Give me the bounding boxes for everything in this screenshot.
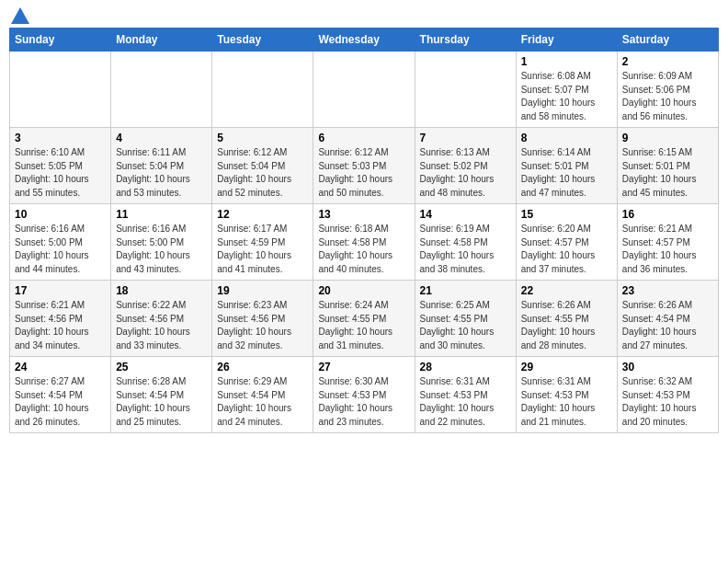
day-info: Sunrise: 6:16 AM Sunset: 5:00 PM Dayligh… [116,223,207,276]
calendar-cell: 30Sunrise: 6:32 AM Sunset: 4:53 PM Dayli… [617,357,718,433]
weekday-header-wednesday: Wednesday [313,29,415,52]
calendar-cell [313,52,415,128]
calendar-cell: 26Sunrise: 6:29 AM Sunset: 4:54 PM Dayli… [212,357,313,433]
calendar-cell: 27Sunrise: 6:30 AM Sunset: 4:53 PM Dayli… [313,357,415,433]
day-number: 7 [420,132,511,144]
calendar-cell: 29Sunrise: 6:31 AM Sunset: 4:53 PM Dayli… [516,357,617,433]
calendar-cell [212,52,313,128]
day-number: 17 [15,284,106,297]
weekday-header-thursday: Thursday [415,29,516,52]
day-number: 22 [521,284,612,297]
page-header [9,9,719,22]
calendar-week-1: 1Sunrise: 6:08 AM Sunset: 5:07 PM Daylig… [10,52,719,128]
day-number: 27 [318,361,409,373]
day-info: Sunrise: 6:16 AM Sunset: 5:00 PM Dayligh… [15,223,106,276]
calendar-cell: 8Sunrise: 6:14 AM Sunset: 5:01 PM Daylig… [516,128,617,204]
logo-triangle-icon [11,7,29,24]
day-number: 15 [521,208,612,221]
day-number: 11 [116,208,207,221]
calendar-cell: 28Sunrise: 6:31 AM Sunset: 4:53 PM Dayli… [415,357,516,433]
day-number: 28 [420,361,511,373]
day-number: 23 [622,284,713,297]
day-info: Sunrise: 6:31 AM Sunset: 4:53 PM Dayligh… [420,375,511,429]
day-info: Sunrise: 6:21 AM Sunset: 4:56 PM Dayligh… [15,299,106,352]
calendar-cell: 22Sunrise: 6:26 AM Sunset: 4:55 PM Dayli… [516,281,617,357]
day-number: 3 [15,132,106,144]
day-number: 14 [420,208,511,221]
calendar-cell: 14Sunrise: 6:19 AM Sunset: 4:58 PM Dayli… [415,204,516,281]
calendar-cell: 20Sunrise: 6:24 AM Sunset: 4:55 PM Dayli… [313,281,415,357]
day-number: 9 [622,132,713,144]
day-info: Sunrise: 6:11 AM Sunset: 5:04 PM Dayligh… [116,146,207,200]
calendar-header-row: SundayMondayTuesdayWednesdayThursdayFrid… [10,29,719,52]
calendar-cell: 21Sunrise: 6:25 AM Sunset: 4:55 PM Dayli… [415,281,516,357]
calendar-cell: 10Sunrise: 6:16 AM Sunset: 5:00 PM Dayli… [10,204,111,281]
day-info: Sunrise: 6:22 AM Sunset: 4:56 PM Dayligh… [116,299,207,352]
day-info: Sunrise: 6:25 AM Sunset: 4:55 PM Dayligh… [420,299,511,352]
weekday-header-sunday: Sunday [10,29,111,52]
day-info: Sunrise: 6:10 AM Sunset: 5:05 PM Dayligh… [15,146,106,200]
day-info: Sunrise: 6:18 AM Sunset: 4:58 PM Dayligh… [318,223,409,276]
day-number: 19 [217,284,308,297]
calendar-week-4: 17Sunrise: 6:21 AM Sunset: 4:56 PM Dayli… [10,281,719,357]
calendar-week-2: 3Sunrise: 6:10 AM Sunset: 5:05 PM Daylig… [10,128,719,204]
calendar-cell: 23Sunrise: 6:26 AM Sunset: 4:54 PM Dayli… [617,281,718,357]
day-info: Sunrise: 6:15 AM Sunset: 5:01 PM Dayligh… [622,146,713,200]
day-number: 5 [217,132,308,144]
calendar-cell [10,52,111,128]
day-number: 26 [217,361,308,373]
day-number: 18 [116,284,207,297]
day-number: 4 [116,132,207,144]
day-number: 16 [622,208,713,221]
day-info: Sunrise: 6:29 AM Sunset: 4:54 PM Dayligh… [217,375,308,429]
logo [9,9,29,22]
day-info: Sunrise: 6:23 AM Sunset: 4:56 PM Dayligh… [217,299,308,352]
calendar-cell: 5Sunrise: 6:12 AM Sunset: 5:04 PM Daylig… [212,128,313,204]
day-number: 29 [521,361,612,373]
day-info: Sunrise: 6:12 AM Sunset: 5:03 PM Dayligh… [318,146,409,200]
day-info: Sunrise: 6:20 AM Sunset: 4:57 PM Dayligh… [521,223,612,276]
weekday-header-friday: Friday [516,29,617,52]
day-info: Sunrise: 6:08 AM Sunset: 5:07 PM Dayligh… [521,70,612,123]
day-info: Sunrise: 6:30 AM Sunset: 4:53 PM Dayligh… [318,375,409,429]
calendar-cell [415,52,516,128]
day-number: 30 [622,361,713,373]
weekday-header-saturday: Saturday [617,29,718,52]
calendar-cell: 17Sunrise: 6:21 AM Sunset: 4:56 PM Dayli… [10,281,111,357]
day-info: Sunrise: 6:27 AM Sunset: 4:54 PM Dayligh… [15,375,106,429]
day-info: Sunrise: 6:09 AM Sunset: 5:06 PM Dayligh… [622,70,713,123]
day-info: Sunrise: 6:12 AM Sunset: 5:04 PM Dayligh… [217,146,308,200]
calendar-cell: 18Sunrise: 6:22 AM Sunset: 4:56 PM Dayli… [111,281,212,357]
day-info: Sunrise: 6:17 AM Sunset: 4:59 PM Dayligh… [217,223,308,276]
calendar-cell: 19Sunrise: 6:23 AM Sunset: 4:56 PM Dayli… [212,281,313,357]
calendar-cell: 6Sunrise: 6:12 AM Sunset: 5:03 PM Daylig… [313,128,415,204]
calendar-cell: 13Sunrise: 6:18 AM Sunset: 4:58 PM Dayli… [313,204,415,281]
calendar-cell: 4Sunrise: 6:11 AM Sunset: 5:04 PM Daylig… [111,128,212,204]
calendar-cell: 15Sunrise: 6:20 AM Sunset: 4:57 PM Dayli… [516,204,617,281]
calendar-cell: 16Sunrise: 6:21 AM Sunset: 4:57 PM Dayli… [617,204,718,281]
day-number: 2 [622,55,713,68]
day-number: 25 [116,361,207,373]
calendar-cell: 7Sunrise: 6:13 AM Sunset: 5:02 PM Daylig… [415,128,516,204]
day-number: 21 [420,284,511,297]
calendar-cell: 2Sunrise: 6:09 AM Sunset: 5:06 PM Daylig… [617,52,718,128]
svg-marker-0 [11,7,29,24]
day-number: 8 [521,132,612,144]
day-info: Sunrise: 6:28 AM Sunset: 4:54 PM Dayligh… [116,375,207,429]
day-number: 1 [521,55,612,68]
day-info: Sunrise: 6:13 AM Sunset: 5:02 PM Dayligh… [420,146,511,200]
calendar-cell: 12Sunrise: 6:17 AM Sunset: 4:59 PM Dayli… [212,204,313,281]
weekday-header-tuesday: Tuesday [212,29,313,52]
day-number: 24 [15,361,106,373]
calendar-week-3: 10Sunrise: 6:16 AM Sunset: 5:00 PM Dayli… [10,204,719,281]
day-info: Sunrise: 6:32 AM Sunset: 4:53 PM Dayligh… [622,375,713,429]
calendar-cell: 9Sunrise: 6:15 AM Sunset: 5:01 PM Daylig… [617,128,718,204]
day-info: Sunrise: 6:26 AM Sunset: 4:55 PM Dayligh… [521,299,612,352]
calendar-cell [111,52,212,128]
day-info: Sunrise: 6:26 AM Sunset: 4:54 PM Dayligh… [622,299,713,352]
calendar-week-5: 24Sunrise: 6:27 AM Sunset: 4:54 PM Dayli… [10,357,719,433]
calendar-table: SundayMondayTuesdayWednesdayThursdayFrid… [9,28,719,433]
calendar-cell: 3Sunrise: 6:10 AM Sunset: 5:05 PM Daylig… [10,128,111,204]
day-info: Sunrise: 6:31 AM Sunset: 4:53 PM Dayligh… [521,375,612,429]
calendar-cell: 24Sunrise: 6:27 AM Sunset: 4:54 PM Dayli… [10,357,111,433]
